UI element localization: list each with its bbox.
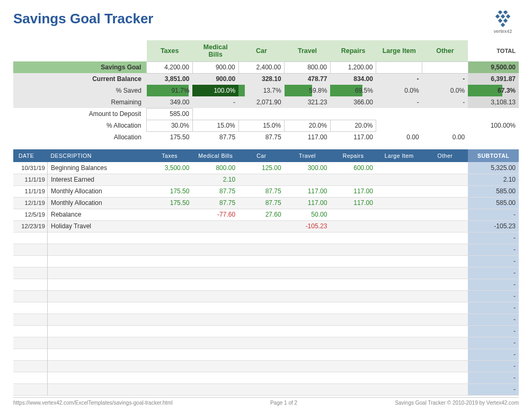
cell-value[interactable] [192, 314, 238, 325]
cell-value[interactable] [422, 267, 468, 279]
cell-value[interactable] [238, 337, 285, 349]
cell-date[interactable] [13, 325, 47, 337]
cell-value[interactable] [285, 372, 331, 383]
cell-value[interactable] [285, 255, 331, 267]
cell-value[interactable] [192, 349, 238, 360]
cell-value[interactable] [192, 290, 238, 302]
cell-value[interactable] [238, 267, 285, 279]
cell-value[interactable] [285, 337, 331, 349]
cell-value[interactable] [147, 232, 193, 244]
cell-value[interactable] [238, 314, 285, 325]
cell-value[interactable] [285, 383, 331, 395]
cell-value[interactable] [238, 255, 285, 267]
cell-date[interactable]: 11/1/19 [13, 174, 47, 185]
cell-desc[interactable]: Rebalance [47, 209, 146, 220]
cell-value[interactable] [147, 383, 193, 395]
cell-desc[interactable]: Monthly Allocation [47, 185, 146, 197]
cell-value[interactable] [238, 349, 285, 360]
cell-value[interactable] [376, 220, 422, 232]
cell-value[interactable] [147, 174, 193, 185]
cell-value[interactable]: 87.75 [192, 197, 238, 209]
cell-value[interactable] [192, 255, 238, 267]
cell-value[interactable] [147, 314, 193, 325]
cell-desc[interactable] [47, 244, 146, 255]
cell-value[interactable]: 3,500.00 [147, 162, 193, 174]
cell-value[interactable] [422, 185, 468, 197]
cell-value[interactable]: 600.00 [330, 162, 376, 174]
cell-date[interactable] [13, 349, 47, 360]
cell-value[interactable] [192, 220, 238, 232]
cell-value[interactable] [376, 279, 422, 290]
cell-value[interactable] [285, 174, 331, 185]
cell-value[interactable] [147, 220, 193, 232]
cell-value[interactable] [147, 209, 193, 220]
cell-value[interactable] [330, 244, 376, 255]
cell-value[interactable] [192, 244, 238, 255]
cell-date[interactable] [13, 255, 47, 267]
cell-value[interactable]: 27.60 [238, 209, 285, 220]
cell-date[interactable]: 12/1/19 [13, 197, 47, 209]
cell-value[interactable] [422, 290, 468, 302]
cell-value[interactable]: 800.00 [192, 162, 238, 174]
cell-value[interactable]: 87.75 [192, 185, 238, 197]
cell-value[interactable]: 117.00 [330, 197, 376, 209]
cell-desc[interactable] [47, 337, 146, 349]
cell-value[interactable] [238, 372, 285, 383]
cell-date[interactable] [13, 267, 47, 279]
cell-value[interactable] [330, 174, 376, 185]
cell-value[interactable] [422, 209, 468, 220]
cell-date[interactable] [13, 314, 47, 325]
cell-value[interactable] [192, 360, 238, 372]
cell-value[interactable] [147, 267, 193, 279]
cell-desc[interactable] [47, 290, 146, 302]
cell-value[interactable] [192, 372, 238, 383]
cell-date[interactable]: 12/5/19 [13, 209, 47, 220]
cell-value[interactable] [147, 302, 193, 314]
cell-value[interactable] [285, 290, 331, 302]
cell-value[interactable] [330, 372, 376, 383]
cell-desc[interactable] [47, 325, 146, 337]
cell-value[interactable] [192, 302, 238, 314]
cell-value[interactable] [147, 349, 193, 360]
cell-date[interactable] [13, 302, 47, 314]
cell-value[interactable] [285, 267, 331, 279]
cell-value[interactable] [147, 290, 193, 302]
cell-value[interactable] [238, 302, 285, 314]
cell-value[interactable]: 117.00 [285, 197, 331, 209]
cell-value[interactable] [422, 383, 468, 395]
cell-value[interactable] [192, 337, 238, 349]
cell-value[interactable] [330, 279, 376, 290]
cell-value[interactable] [376, 267, 422, 279]
cell-desc[interactable] [47, 372, 146, 383]
cell-value[interactable] [330, 383, 376, 395]
cell-value[interactable] [330, 314, 376, 325]
cell-value[interactable] [422, 314, 468, 325]
cell-value[interactable] [330, 302, 376, 314]
cell-value[interactable] [285, 360, 331, 372]
cell-value[interactable]: 87.75 [238, 185, 285, 197]
cell-value[interactable] [238, 383, 285, 395]
cell-desc[interactable] [47, 302, 146, 314]
cell-value[interactable] [238, 360, 285, 372]
cell-value[interactable] [422, 337, 468, 349]
cell-value[interactable] [422, 325, 468, 337]
cell-date[interactable]: 10/31/19 [13, 162, 47, 174]
cell-date[interactable] [13, 279, 47, 290]
cell-value[interactable] [330, 255, 376, 267]
cell-value[interactable] [422, 349, 468, 360]
cell-value[interactable] [238, 279, 285, 290]
cell-value[interactable]: 300.00 [285, 162, 331, 174]
cell-value[interactable] [285, 232, 331, 244]
cell-date[interactable] [13, 290, 47, 302]
cell-value[interactable] [422, 197, 468, 209]
cell-value[interactable]: 2.10 [192, 174, 238, 185]
cell-value[interactable] [376, 314, 422, 325]
cell-value[interactable] [192, 325, 238, 337]
cell-value[interactable] [422, 220, 468, 232]
cell-value[interactable]: 125.00 [238, 162, 285, 174]
cell-date[interactable] [13, 337, 47, 349]
cell-value[interactable] [238, 174, 285, 185]
cell-desc[interactable]: Interest Earned [47, 174, 146, 185]
cell-value[interactable] [376, 185, 422, 197]
cell-value[interactable] [330, 267, 376, 279]
